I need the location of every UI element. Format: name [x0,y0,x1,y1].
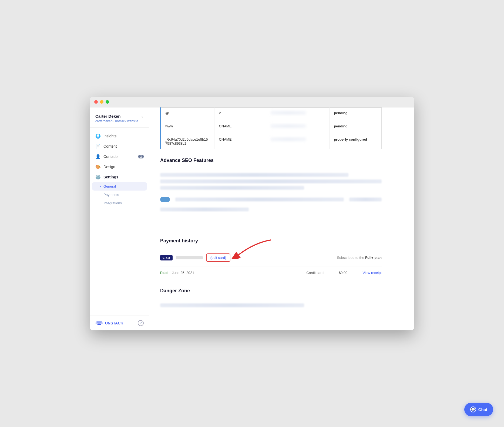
paid-status: Paid [160,271,167,275]
dns-type-3: CNAME [214,134,266,149]
design-label: Design [103,165,115,169]
app-body: Carter Deken ⌄ carterdeken3.unstack.webs… [90,107,414,330]
settings-icon: ⚙️ [95,174,101,180]
card-number-dots [176,256,203,259]
dns-value-3 [266,134,329,149]
content-area: @ A pending www CNAME [149,107,392,330]
edit-card-container: (edit card) [206,253,231,262]
sidebar-item-insights[interactable]: 🌐 Insights [92,131,147,141]
dns-table: @ A pending www CNAME [160,107,382,149]
main-content: @ A pending www CNAME [149,107,414,330]
sidebar-item-design[interactable]: 🎨 Design [92,162,147,172]
chat-button[interactable]: 💬 Chat [464,403,493,416]
chat-icon: 💬 [470,406,476,412]
danger-zone-title: Danger Zone [160,288,382,294]
payment-amount: $0.00 [339,271,348,275]
content-label: Content [103,144,117,148]
settings-label: Settings [103,175,118,179]
dns-host-3: _6c94a70d2d5dace1e8b157587c8938c2 [161,134,214,149]
danger-zone-section: Danger Zone [160,288,382,314]
payment-date: June 25, 2021 [172,271,194,275]
subscription-info: Subscribed to the Full+ plan [337,256,382,260]
content-icon: 📄 [95,144,101,149]
maximize-button[interactable] [106,100,109,104]
danger-zone-content [160,299,382,314]
brand-logo: UNSTACK [95,320,123,326]
payment-section-title: Payment history [160,238,382,244]
payments-label: Payments [103,193,119,197]
user-name-row: Carter Deken ⌄ [95,114,144,118]
svg-rect-2 [98,324,101,325]
sidebar-subitem-integrations[interactable]: Integrations [92,199,147,207]
table-row: _6c94a70d2d5dace1e8b157587c8938c2 CNAME … [161,134,382,149]
chat-label: Chat [478,407,487,412]
contacts-icon: 👤 [95,154,101,159]
sidebar: Carter Deken ⌄ carterdeken3.unstack.webs… [90,107,149,330]
traffic-lights [94,100,109,104]
titlebar [90,97,414,107]
table-row: www CNAME pending [161,121,382,134]
view-receipt-link[interactable]: View receipt [362,271,382,275]
contacts-badge: 2 [138,155,144,158]
visa-badge: VISA [160,255,173,260]
user-name-text: Carter Deken [95,114,120,118]
dns-status-3: properly configured [330,134,382,149]
seo-blurred-content [160,169,382,218]
contacts-label: Contacts [103,154,118,159]
sidebar-item-settings[interactable]: ⚙️ Settings [92,172,147,182]
help-button[interactable]: ? [138,320,144,326]
plan-name: Full+ plan [365,256,382,260]
general-label: General [103,184,116,188]
svg-rect-1 [96,321,102,323]
dns-value-2 [266,121,329,134]
dns-type-1: A [214,108,266,121]
close-button[interactable] [94,100,98,104]
minimize-button[interactable] [100,100,103,104]
dns-status-2: pending [330,121,382,134]
user-url: carterdeken3.unstack.website [95,119,144,123]
user-profile[interactable]: Carter Deken ⌄ carterdeken3.unstack.webs… [90,112,149,128]
seo-toggle [160,197,170,202]
help-icon-text: ? [140,321,142,325]
design-icon: 🎨 [95,164,101,170]
payment-method: Credit card [306,271,324,275]
dns-host-2: www [161,121,214,134]
main-nav: 🌐 Insights 📄 Content 👤 Contacts 2 🎨 Desi… [90,131,149,316]
dns-host-1: @ [161,108,214,121]
dns-value-1 [266,108,329,121]
payment-history-section: Payment history VISA (edit card) [160,224,382,279]
sidebar-footer: UNSTACK ? [90,316,149,330]
dns-status-1: pending [330,108,382,121]
brand-name: UNSTACK [105,321,123,325]
sidebar-subitem-payments[interactable]: Payments [92,191,147,199]
sidebar-item-contacts[interactable]: 👤 Contacts 2 [92,151,147,162]
sidebar-item-content[interactable]: 📄 Content [92,141,147,151]
seo-section-title: Advance SEO Features [160,158,382,163]
app-window: Carter Deken ⌄ carterdeken3.unstack.webs… [90,97,414,330]
payment-history-row: Paid June 25, 2021 Credit card $0.00 Vie… [160,266,382,279]
integrations-label: Integrations [103,201,122,205]
insights-icon: 🌐 [95,133,101,139]
chevron-icon: ⌄ [141,114,144,118]
table-row: @ A pending [161,108,382,121]
dns-type-2: CNAME [214,121,266,134]
edit-card-button[interactable]: (edit card) [206,253,231,262]
payment-card-row: VISA (edit card) [160,249,382,266]
sidebar-subitem-general[interactable]: General [92,182,147,191]
insights-label: Insights [103,134,116,138]
